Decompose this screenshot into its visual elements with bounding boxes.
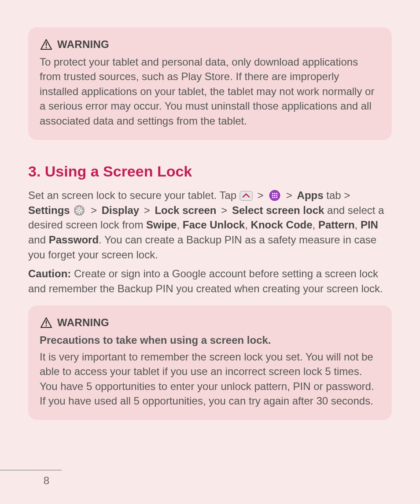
apps-tab-bold: Apps — [297, 189, 324, 201]
display-bold: Display — [102, 204, 139, 216]
svg-point-25 — [46, 325, 47, 327]
svg-point-8 — [274, 195, 276, 196]
comma: , — [355, 219, 361, 231]
svg-point-4 — [272, 193, 273, 194]
warning-box-screenlock: WARNING Precautions to take when using a… — [28, 305, 392, 420]
svg-point-9 — [276, 195, 277, 196]
svg-point-11 — [274, 197, 276, 198]
password-bold: Password — [49, 234, 99, 246]
warning-box-download: WARNING To protect your tablet and perso… — [28, 27, 392, 140]
knock-bold: Knock Code — [251, 219, 313, 231]
caution-label: Caution: — [28, 268, 71, 280]
warning-body: It is very important to remember the scr… — [40, 349, 380, 408]
svg-point-23 — [78, 210, 80, 211]
apps-grid-icon — [268, 190, 281, 201]
svg-rect-16 — [79, 212, 80, 214]
svg-point-10 — [272, 197, 273, 198]
svg-point-7 — [272, 195, 273, 196]
swipe-bold: Swipe — [146, 219, 177, 231]
warning-subtitle: Precautions to take when using a screen … — [40, 333, 380, 348]
pattern-bold: Pattern — [318, 219, 355, 231]
warning-body: To protect your tablet and personal data… — [40, 55, 380, 129]
warning-title: WARNING — [57, 315, 109, 330]
caution-body: Create or sign into a Google account bef… — [28, 268, 383, 294]
page-number: 8 — [0, 470, 62, 488]
svg-point-6 — [276, 193, 277, 194]
faceunlock-bold: Face Unlock — [183, 219, 245, 231]
svg-point-1 — [46, 47, 47, 48]
warning-header: WARNING — [40, 37, 380, 52]
separator: > — [284, 188, 294, 203]
section-heading: 3. Using a Screen Lock — [28, 161, 392, 182]
lockscreen-bold: Lock screen — [155, 204, 216, 216]
pin-bold: PIN — [361, 219, 378, 231]
section-intro-paragraph: Set an screen lock to secure your tablet… — [28, 188, 392, 262]
svg-point-12 — [276, 197, 277, 198]
svg-rect-17 — [76, 210, 77, 211]
comma: , — [177, 219, 182, 231]
warning-icon — [40, 317, 53, 328]
selectlock-bold: Select screen lock — [232, 204, 324, 216]
svg-point-5 — [274, 193, 276, 194]
apps-suffix: tab > — [326, 189, 350, 201]
separator: > — [142, 203, 152, 218]
comma: , — [245, 219, 251, 231]
separator: > — [256, 188, 265, 203]
settings-bold: Settings — [28, 204, 70, 216]
home-icon — [239, 190, 253, 202]
svg-rect-15 — [79, 206, 80, 208]
warning-icon — [40, 39, 53, 50]
caution-paragraph: Caution: Create or sign into a Google ac… — [28, 266, 392, 296]
svg-rect-18 — [81, 210, 83, 211]
separator: > — [219, 203, 229, 218]
separator: > — [89, 203, 99, 218]
intro-text: Set an screen lock to secure your tablet… — [28, 189, 239, 201]
warning-title: WARNING — [57, 37, 109, 52]
gear-icon — [73, 205, 86, 216]
svg-rect-2 — [240, 191, 252, 201]
and-text: and — [28, 234, 49, 246]
warning-header: WARNING — [40, 315, 380, 330]
comma: , — [313, 219, 318, 231]
